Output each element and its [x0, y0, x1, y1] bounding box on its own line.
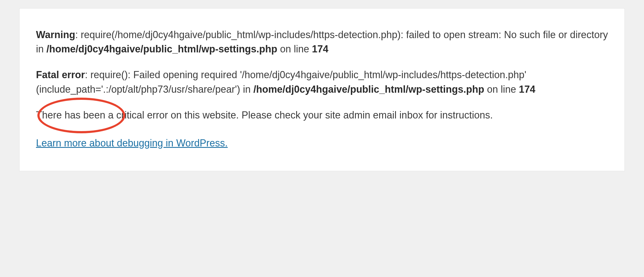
fatal-error-line-number: 174: [519, 84, 535, 95]
fatal-error-paragraph: Fatal error: require(): Failed opening r…: [36, 68, 608, 96]
fatal-error-text-2: on line: [484, 84, 519, 95]
critical-error-message: There has been a critical error on this …: [36, 108, 608, 122]
warning-text-2: on line: [277, 43, 312, 55]
error-message-box: Warning: require(/home/dj0cy4hgaive/publ…: [19, 8, 625, 171]
warning-label: Warning: [36, 29, 75, 40]
warning-line-number: 174: [312, 43, 328, 55]
debugging-link[interactable]: Learn more about debugging in WordPress.: [36, 137, 228, 149]
warning-paragraph: Warning: require(/home/dj0cy4hgaive/publ…: [36, 28, 608, 56]
warning-path: /home/dj0cy4hgaive/public_html/wp-settin…: [46, 43, 277, 55]
fatal-error-label: Fatal error: [36, 69, 85, 80]
fatal-error-path: /home/dj0cy4hgaive/public_html/wp-settin…: [253, 84, 484, 95]
